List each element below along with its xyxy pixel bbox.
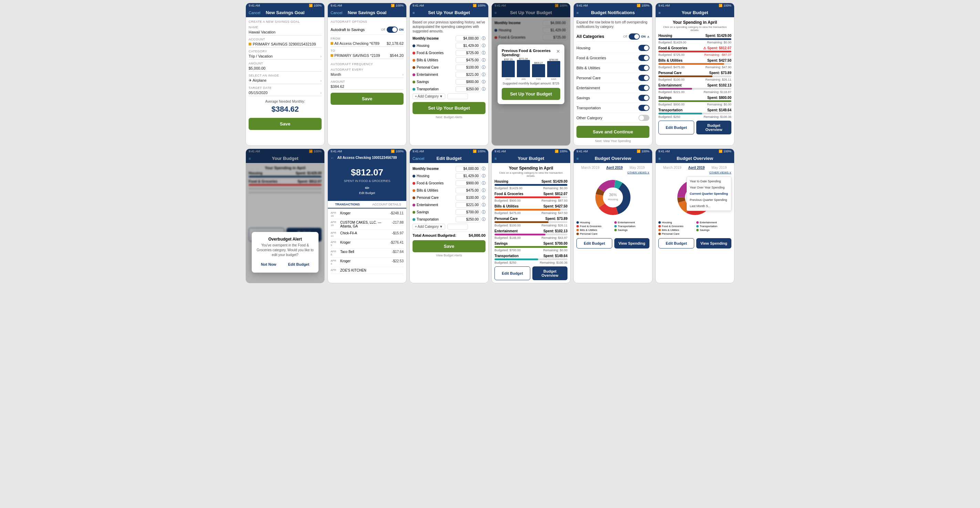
- bills-toggle[interactable]: [638, 65, 649, 71]
- month-march-2[interactable]: March 2019: [663, 166, 681, 169]
- entertainment-input[interactable]: [455, 202, 480, 208]
- setup-budget-button[interactable]: Set Up Your Budget: [412, 102, 485, 114]
- food-input[interactable]: [455, 50, 480, 56]
- transaction-row-2[interactable]: APR16 CUSTOM CAKES, LLC. — Atlanta, GA -…: [331, 219, 404, 230]
- food-row-2[interactable]: Food & GroceriesSpent: $812.07 Budgeted:…: [495, 192, 568, 202]
- personal-spending-row[interactable]: Personal CareSpent: $73.89 Budgeted: $10…: [659, 71, 731, 81]
- amount-value[interactable]: $5,000.00: [249, 65, 321, 72]
- edit-budget-overview-button-2[interactable]: Edit Budget: [659, 238, 694, 249]
- account-value[interactable]: PRIMARY SAVINGS 3290015432109: [249, 41, 321, 48]
- amount-value[interactable]: $384.62: [331, 83, 404, 90]
- save-button[interactable]: Save: [331, 93, 404, 105]
- category-value[interactable]: Trip / Vacation ›: [249, 53, 321, 60]
- nav-hamburger[interactable]: ≡: [495, 157, 496, 161]
- edit-budget-save-button[interactable]: Save: [412, 240, 485, 252]
- transaction-row-3[interactable]: APR11 Chick-Fil-A -$15.97: [331, 230, 404, 239]
- edit-budget-label[interactable]: Edit Budget: [359, 191, 375, 195]
- set-up-budget-modal-button[interactable]: Set Up Your Budget: [502, 88, 560, 100]
- month-may[interactable]: May 2019: [630, 166, 644, 169]
- transaction-row-4[interactable]: APR9 Kroger -$276.41: [331, 239, 404, 249]
- savings-row-2[interactable]: SavingsSpent: $700.00 Budgeted: $700.00R…: [495, 241, 568, 252]
- nav-hamburger[interactable]: ≡: [659, 157, 660, 161]
- housing-toggle[interactable]: [638, 45, 649, 51]
- not-now-button[interactable]: Not Now: [257, 261, 281, 268]
- account-details-tab[interactable]: ACCOUNT DETAILS: [367, 201, 406, 208]
- bills-spending-row[interactable]: Bills & UtilitiesSpent: $427.50 Budgeted…: [659, 59, 731, 69]
- food-spending-row[interactable]: Food & Groceries⚠ Spent: $812.07 Budgete…: [659, 46, 731, 56]
- housing-spending-row[interactable]: HousingSpent: $1429.00 Budgeted: $1429.0…: [659, 34, 731, 44]
- nav-cancel[interactable]: Cancel: [249, 11, 260, 15]
- dropdown-current-quarter[interactable]: Current Quarter Spending: [687, 190, 731, 197]
- month-april-2[interactable]: April 2019: [688, 166, 705, 169]
- modal-close-button[interactable]: ✕: [556, 49, 560, 54]
- month-april[interactable]: April 2019: [606, 166, 623, 169]
- month-may-2[interactable]: May 2019: [711, 166, 727, 169]
- other-cat-toggle[interactable]: [638, 115, 649, 121]
- target-date-value[interactable]: 05/15/2020 ›: [249, 89, 321, 96]
- transport-row-2[interactable]: TransportationSpent: $149.64 Budgeted: $…: [495, 254, 568, 264]
- autodraft-toggle[interactable]: [387, 27, 398, 33]
- bills-input[interactable]: [455, 187, 480, 193]
- personal-row-2[interactable]: Personal CareSpent: $73.89 Budgeted: $10…: [495, 217, 568, 227]
- dropdown-yoy[interactable]: Year Over Year Spending: [687, 184, 731, 190]
- other-views-button[interactable]: OTHER VIEWS ∨: [576, 171, 649, 174]
- personal-input[interactable]: [455, 195, 480, 201]
- month-march[interactable]: March 2019: [581, 166, 600, 169]
- to-value[interactable]: PRIMARY SAVINGS *2109 $544.20: [331, 53, 404, 59]
- savings-spending-row[interactable]: SavingsSpent: $800.00 Budgeted: $800.00R…: [659, 96, 731, 106]
- transaction-row-7[interactable]: APR ZOE'S KITCHEN: [331, 267, 404, 274]
- save-continue-button[interactable]: Save and Continue: [576, 126, 649, 138]
- image-value[interactable]: ✈ Airplane ›: [249, 77, 321, 84]
- edit-budget-button[interactable]: Edit Budget: [659, 121, 694, 134]
- transport-input[interactable]: [455, 216, 480, 222]
- view-spending-button-2[interactable]: View Spending: [696, 238, 731, 249]
- nav-hamburger[interactable]: ≡: [576, 157, 579, 161]
- nav-back[interactable]: ←: [331, 156, 334, 160]
- add-category-edit-input[interactable]: [447, 224, 468, 230]
- entertainment-row-2[interactable]: EntertainmentSpent: $102.13 Budgeted: $1…: [495, 229, 568, 240]
- transaction-row-1[interactable]: APR18 Kroger -$248.11: [331, 210, 404, 219]
- from-value[interactable]: All Access Checking *6789 $2,178.62: [331, 40, 404, 47]
- other-views-button-2[interactable]: OTHER VIEWS ∨: [659, 171, 731, 174]
- add-category-edit-button[interactable]: + Add Category ▼: [412, 224, 445, 230]
- transaction-row-5[interactable]: APR8 Taco Bell -$17.64: [331, 249, 404, 258]
- nav-cancel[interactable]: Cancel: [412, 157, 424, 161]
- bills-input[interactable]: [455, 57, 480, 63]
- personal-toggle[interactable]: [638, 75, 649, 81]
- edit-budget-button-2[interactable]: Edit Budget: [495, 267, 530, 280]
- savings-input[interactable]: [455, 79, 480, 85]
- all-categories-row[interactable]: All Categories Off ON ∧: [576, 32, 649, 42]
- transport-toggle[interactable]: [638, 105, 649, 111]
- entertainment-spending-row[interactable]: EntertainmentSpent: $102.13 Budgeted: $2…: [659, 83, 731, 94]
- nav-hamburger[interactable]: ≡: [412, 11, 415, 15]
- nav-hamburger[interactable]: ≡: [576, 11, 579, 15]
- save-button[interactable]: Save: [249, 118, 321, 130]
- bills-row-2[interactable]: Bills & UtilitiesSpent: $427.50 Budgeted…: [495, 204, 568, 215]
- savings-input[interactable]: [455, 209, 480, 215]
- nav-cancel[interactable]: Cancel: [331, 11, 342, 15]
- monthly-income-input[interactable]: [455, 35, 480, 42]
- food-input[interactable]: [455, 180, 480, 186]
- view-spending-button[interactable]: View Spending: [614, 238, 649, 249]
- dropdown-prev-quarter[interactable]: Previous Quarter Spending: [687, 197, 731, 203]
- entertainment-toggle[interactable]: [638, 85, 649, 91]
- transactions-tab[interactable]: TRANSACTIONS: [328, 201, 367, 209]
- edit-budget-alert-button[interactable]: Edit Budget: [284, 261, 313, 268]
- nav-hamburger[interactable]: ≡: [659, 11, 660, 15]
- add-category-button[interactable]: + Add Category ▼: [412, 93, 445, 99]
- transaction-row-6[interactable]: APR4 Kroger -$22.53: [331, 258, 404, 267]
- housing-input[interactable]: [455, 173, 480, 179]
- housing-input[interactable]: [455, 43, 480, 49]
- monthly-income-input[interactable]: [455, 166, 480, 172]
- personal-input[interactable]: [455, 64, 480, 70]
- edit-budget-overview-button[interactable]: Edit Budget: [576, 238, 612, 249]
- dropdown-last-month[interactable]: Last Month S...: [687, 203, 731, 209]
- transport-spending-row[interactable]: TransportationSpent: $149.64 Budgeted: $…: [659, 108, 731, 118]
- savings-toggle[interactable]: [638, 95, 649, 101]
- all-cat-toggle[interactable]: [629, 34, 640, 40]
- add-category-input[interactable]: [447, 93, 468, 99]
- view-budget-alerts-link[interactable]: View Budget Alerts: [412, 254, 485, 257]
- entertainment-input[interactable]: [455, 72, 480, 78]
- food-toggle[interactable]: [638, 55, 649, 61]
- name-value[interactable]: Hawaii Vacation: [249, 29, 321, 35]
